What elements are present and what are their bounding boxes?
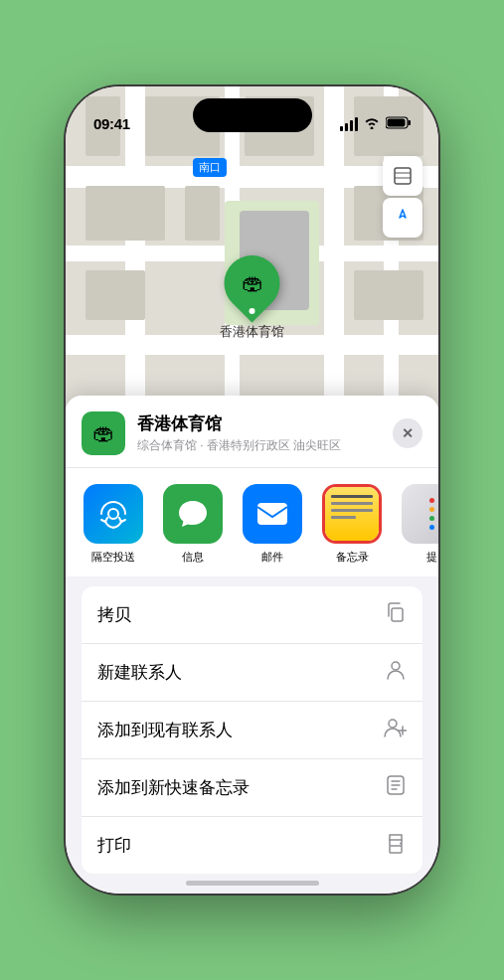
map-layers-button[interactable] [383, 156, 422, 196]
battery-icon [386, 116, 411, 132]
signal-icon [340, 117, 358, 131]
action-list: 拷贝 新建联系人 添加到现有联系人 [82, 586, 422, 874]
svg-point-6 [108, 509, 118, 519]
airdrop-icon [84, 484, 143, 544]
airdrop-label: 隔空投送 [91, 550, 135, 565]
svg-point-18 [400, 843, 402, 845]
svg-rect-17 [390, 846, 402, 853]
status-time: 09:41 [93, 115, 130, 132]
notes-icon [322, 484, 382, 544]
note-icon [385, 774, 407, 801]
map-marker: 🏟 香港体育馆 [220, 255, 284, 341]
action-quick-note[interactable]: 添加到新快速备忘录 [82, 759, 422, 817]
action-print-label: 打印 [97, 834, 131, 857]
svg-rect-7 [257, 503, 287, 525]
phone-frame: 09:41 [66, 86, 438, 894]
action-new-contact[interactable]: 新建联系人 [82, 644, 422, 702]
status-icons [340, 116, 411, 132]
share-item-notes[interactable]: 备忘录 [312, 484, 392, 565]
person-icon [385, 659, 407, 686]
svg-point-10 [389, 720, 397, 728]
share-row: 隔空投送 信息 邮件 [66, 468, 438, 576]
svg-point-9 [392, 662, 400, 670]
action-add-existing[interactable]: 添加到现有联系人 [82, 702, 422, 759]
action-copy[interactable]: 拷贝 [82, 586, 422, 644]
print-icon [385, 832, 407, 859]
messages-icon [163, 484, 223, 544]
dynamic-island [193, 98, 312, 132]
phone-screen: 09:41 [66, 86, 438, 894]
copy-icon [385, 601, 407, 628]
wifi-icon [364, 116, 380, 132]
action-new-contact-label: 新建联系人 [97, 661, 182, 684]
bottom-sheet: 🏟 香港体育馆 综合体育馆 · 香港特别行政区 油尖旺区 ✕ 隔空投送 [66, 396, 438, 894]
mail-label: 邮件 [261, 550, 283, 565]
svg-rect-2 [388, 119, 406, 127]
home-indicator [186, 881, 319, 886]
map-label: 南口 [193, 158, 227, 177]
map-controls [383, 156, 422, 238]
share-item-mail[interactable]: 邮件 [233, 484, 312, 565]
svg-rect-3 [395, 168, 411, 184]
messages-label: 信息 [182, 550, 204, 565]
marker-label: 香港体育馆 [220, 323, 284, 341]
mail-icon [243, 484, 302, 544]
share-item-airdrop[interactable]: 隔空投送 [74, 484, 153, 565]
location-button[interactable] [383, 198, 422, 238]
person-add-icon [383, 717, 407, 743]
venue-icon: 🏟 [82, 411, 125, 455]
marker-icon: 🏟 [242, 270, 263, 296]
more-label: 提 [426, 550, 437, 565]
venue-info: 香港体育馆 综合体育馆 · 香港特别行政区 油尖旺区 [137, 412, 393, 454]
close-button[interactable]: ✕ [393, 418, 422, 448]
action-add-existing-label: 添加到现有联系人 [97, 719, 233, 741]
svg-rect-8 [392, 608, 403, 621]
more-icon [402, 484, 438, 544]
action-quick-note-label: 添加到新快速备忘录 [97, 776, 250, 799]
action-copy-label: 拷贝 [97, 603, 131, 626]
notes-label: 备忘录 [336, 550, 369, 565]
action-print[interactable]: 打印 [82, 817, 422, 874]
venue-name: 香港体育馆 [137, 412, 393, 435]
svg-rect-1 [409, 120, 412, 125]
sheet-header: 🏟 香港体育馆 综合体育馆 · 香港特别行政区 油尖旺区 ✕ [66, 396, 438, 468]
share-item-messages[interactable]: 信息 [153, 484, 233, 565]
venue-sub: 综合体育馆 · 香港特别行政区 油尖旺区 [137, 437, 393, 454]
share-item-more[interactable]: 提 [392, 484, 438, 565]
